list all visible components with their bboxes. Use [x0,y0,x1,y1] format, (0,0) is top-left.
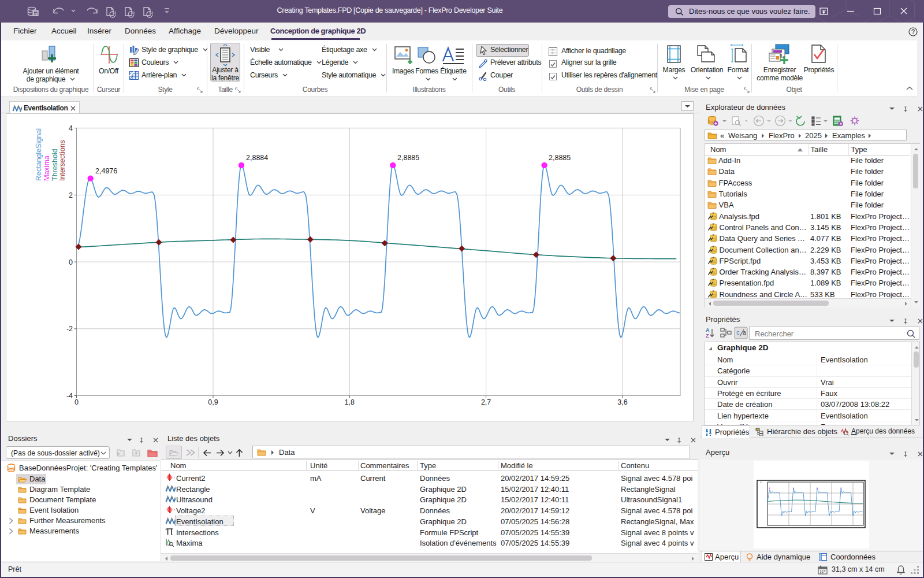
svg-text:Threshold: Threshold [51,149,59,181]
svg-text:2,8884: 2,8884 [246,154,268,162]
svg-text:-2: -2 [66,325,73,333]
svg-text:2: 2 [69,191,73,199]
svg-text:0: 0 [74,398,79,406]
svg-text:0: 0 [69,258,73,266]
svg-text:c: c [736,330,740,336]
svg-text:2,8885: 2,8885 [549,154,571,162]
svg-text:Z: Z [706,333,709,339]
svg-text:2,8885: 2,8885 [397,154,419,162]
svg-text:2,7: 2,7 [481,398,491,406]
svg-text:0,9: 0,9 [208,398,218,406]
svg-text:2,4976: 2,4976 [95,167,117,175]
svg-text:3,6: 3,6 [617,398,627,406]
svg-text:-4: -4 [66,392,73,400]
svg-text:Maxima: Maxima [43,155,51,181]
svg-text:Intersections: Intersections [58,140,66,181]
svg-text:A: A [706,327,710,333]
svg-text:RectangleSignal: RectangleSignal [35,128,43,181]
svg-text:1,8: 1,8 [345,398,355,406]
svg-text:4: 4 [69,124,73,132]
svg-text:RS: RS [760,481,762,484]
